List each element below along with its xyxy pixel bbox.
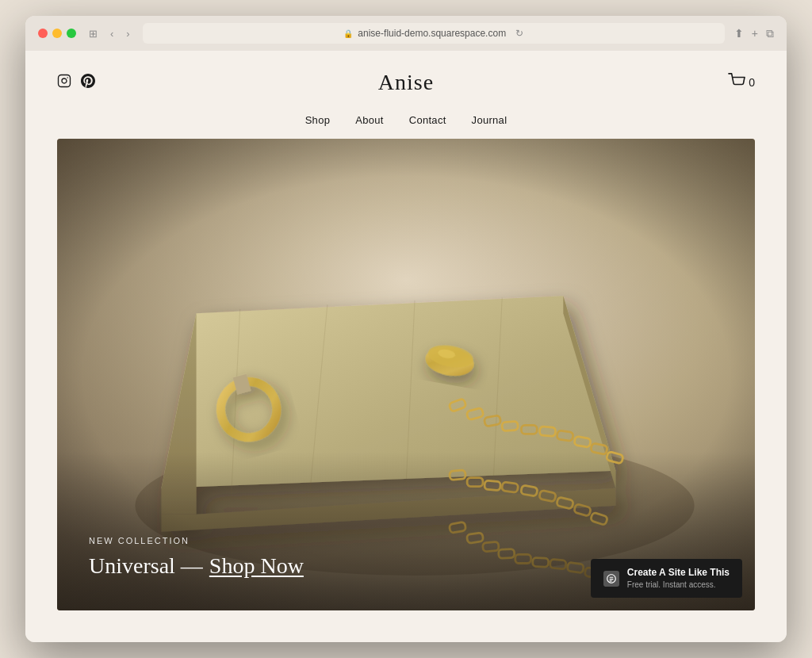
hero-container: NEW COLLECTION Universal — Shop Now — [57, 139, 755, 610]
address-bar[interactable]: 🔒 anise-fluid-demo.squarespace.com ↻ — [143, 23, 725, 44]
cart-icon — [728, 73, 745, 93]
squarespace-badge[interactable]: Create A Site Like This Free trial. Inst… — [591, 559, 742, 598]
hero-image: NEW COLLECTION Universal — Shop Now — [57, 139, 755, 610]
nav-journal[interactable]: Journal — [472, 114, 508, 126]
browser-actions: ⬆ + ⧉ — [734, 27, 774, 40]
site-title: Anise — [378, 70, 434, 95]
traffic-lights — [38, 29, 76, 38]
url-text: anise-fluid-demo.squarespace.com — [358, 28, 506, 39]
instagram-icon[interactable] — [57, 74, 71, 91]
nav-about[interactable]: About — [355, 114, 383, 126]
ss-badge-subtitle: Free trial. Instant access. — [627, 580, 730, 590]
svg-rect-0 — [59, 75, 71, 87]
lock-icon: 🔒 — [343, 29, 353, 38]
back-button[interactable]: ‹ — [107, 26, 117, 41]
svg-point-1 — [62, 78, 67, 83]
squarespace-logo — [603, 571, 619, 587]
pinterest-icon[interactable] — [81, 74, 95, 91]
share-icon[interactable]: ⬆ — [734, 27, 744, 40]
browser-controls: ⊞ ‹ › — [86, 26, 133, 41]
window-switcher-icon[interactable]: ⊞ — [86, 26, 101, 41]
hero-cta-link[interactable]: Shop Now — [209, 553, 304, 579]
site-nav: Shop About Contact Journal — [25, 114, 787, 139]
hero-headline-before: Universal — — [89, 553, 203, 579]
nav-contact[interactable]: Contact — [409, 114, 446, 126]
website-content: Anise 0 Shop About Contact Journal — [25, 51, 787, 642]
ss-badge-title: Create A Site Like This — [627, 567, 730, 580]
browser-chrome: ⊞ ‹ › 🔒 anise-fluid-demo.squarespace.com… — [25, 16, 787, 51]
add-tab-icon[interactable]: + — [752, 27, 758, 40]
browser-window: ⊞ ‹ › 🔒 anise-fluid-demo.squarespace.com… — [25, 16, 787, 642]
reload-icon[interactable]: ↻ — [515, 28, 523, 39]
hero-headline: Universal — Shop Now — [89, 553, 304, 579]
svg-point-2 — [67, 77, 68, 78]
ss-badge-text: Create A Site Like This Free trial. Inst… — [627, 567, 730, 590]
social-icons — [57, 74, 95, 91]
minimize-button[interactable] — [52, 29, 62, 38]
site-header: Anise 0 — [25, 51, 787, 114]
hero-label: NEW COLLECTION — [89, 536, 304, 545]
forward-button[interactable]: › — [123, 26, 132, 41]
hero-text: NEW COLLECTION Universal — Shop Now — [89, 536, 304, 579]
cart-area[interactable]: 0 — [728, 73, 755, 93]
tabs-icon[interactable]: ⧉ — [766, 27, 774, 40]
fullscreen-button[interactable] — [67, 29, 76, 38]
cart-count: 0 — [749, 76, 755, 89]
close-button[interactable] — [38, 29, 48, 38]
nav-shop[interactable]: Shop — [305, 114, 331, 126]
